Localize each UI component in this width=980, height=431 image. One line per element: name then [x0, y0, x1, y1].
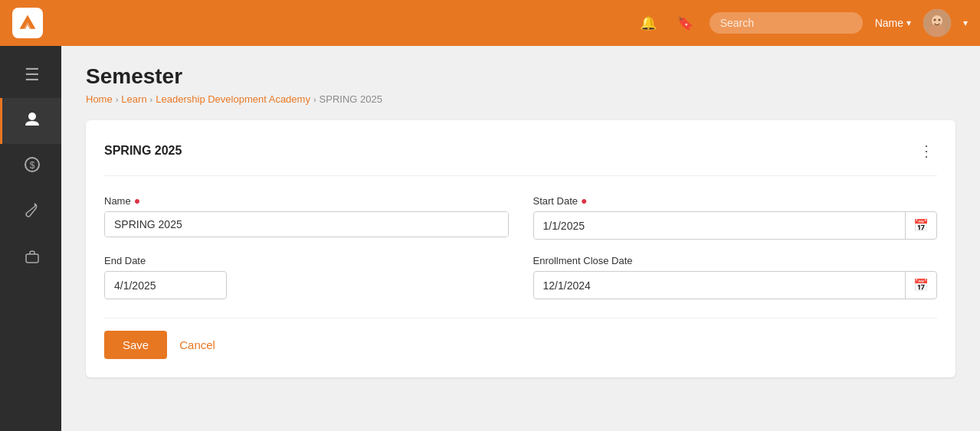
form-group-end-date: End Date 📅: [104, 255, 509, 299]
bookmark-button[interactable]: 🔖: [673, 11, 697, 35]
app-logo[interactable]: [12, 8, 43, 38]
sidebar: ☰ $: [0, 46, 61, 431]
form-actions: Save Cancel: [104, 318, 937, 359]
svg-point-4: [939, 19, 941, 21]
breadcrumb-home[interactable]: Home: [86, 93, 113, 105]
main-content: Semester Home › Learn › Leadership Devel…: [61, 46, 980, 431]
save-button[interactable]: Save: [104, 331, 167, 359]
start-date-input-wrapper: 📅: [533, 211, 938, 240]
breadcrumb-current: SPRING 2025: [320, 93, 382, 105]
user-caret-icon: ▾: [906, 18, 911, 28]
name-required-marker: ●: [134, 194, 140, 207]
name-input-wrapper: [104, 211, 509, 237]
svg-point-3: [934, 19, 936, 21]
people-icon: [24, 110, 41, 132]
card-title: SPRING 2025: [104, 144, 182, 158]
svg-rect-8: [26, 254, 38, 263]
avatar[interactable]: [923, 9, 951, 37]
start-date-input[interactable]: [534, 214, 906, 238]
breadcrumb-sep-1: ›: [116, 95, 119, 104]
svg-text:$: $: [29, 160, 34, 171]
form-row-enddate-enrollment: End Date 📅 Enrollment Close Date: [104, 255, 937, 299]
kebab-menu-icon: ⋮: [919, 142, 934, 160]
form-row-name-startdate: Name ● Start Date ● 📅: [104, 194, 937, 240]
name-label: Name ●: [104, 194, 509, 207]
calendar-icon-enrollment: 📅: [913, 279, 929, 292]
finance-icon: $: [24, 156, 41, 178]
avatar-image: [923, 9, 951, 37]
breadcrumb-learn[interactable]: Learn: [121, 93, 146, 105]
avatar-caret-icon: ▾: [963, 18, 968, 28]
form-group-enrollment-close: Enrollment Close Date 📅: [533, 255, 938, 299]
svg-point-5: [28, 113, 36, 120]
user-name-label: Name: [875, 17, 903, 29]
enrollment-close-input[interactable]: [534, 273, 906, 298]
breadcrumb-sep-3: ›: [313, 95, 316, 104]
form-group-start-date: Start Date ● 📅: [533, 194, 938, 240]
card-header: SPRING 2025 ⋮: [104, 139, 937, 176]
cancel-button[interactable]: Cancel: [179, 338, 215, 351]
breadcrumb: Home › Learn › Leadership Development Ac…: [86, 93, 955, 105]
bell-icon: 🔔: [640, 15, 657, 31]
user-menu-button[interactable]: Name ▾: [875, 17, 911, 29]
main-layout: ☰ $: [0, 46, 980, 431]
breadcrumb-academy[interactable]: Leadership Development Academy: [156, 93, 310, 105]
enrollment-close-label: Enrollment Close Date: [533, 255, 938, 266]
search-input[interactable]: [710, 12, 863, 34]
sidebar-item-dashboard[interactable]: ☰: [0, 52, 61, 98]
top-nav: 🔔 🔖 Name ▾ ▾: [0, 0, 980, 46]
notification-bell-button[interactable]: 🔔: [636, 11, 660, 35]
enrollment-close-calendar-button[interactable]: 📅: [905, 272, 936, 299]
end-date-label: End Date: [104, 255, 509, 266]
start-date-label: Start Date ●: [533, 194, 938, 207]
end-date-input-wrapper: 📅: [104, 271, 227, 299]
enrollment-close-input-wrapper: 📅: [533, 271, 938, 299]
start-date-calendar-button[interactable]: 📅: [905, 212, 936, 239]
end-date-input[interactable]: [105, 273, 227, 298]
briefcase-icon: [24, 248, 41, 269]
wrench-icon: [24, 202, 41, 224]
sidebar-item-people[interactable]: [0, 98, 61, 144]
sidebar-item-jobs[interactable]: [0, 236, 61, 282]
breadcrumb-sep-2: ›: [150, 95, 153, 104]
name-input[interactable]: [105, 212, 508, 237]
nav-right: 🔔 🔖 Name ▾ ▾: [636, 9, 968, 37]
form-group-name: Name ●: [104, 194, 509, 240]
page-title: Semester: [86, 64, 955, 89]
card-menu-button[interactable]: ⋮: [916, 139, 937, 163]
start-date-required-marker: ●: [581, 194, 587, 207]
bookmark-icon: 🔖: [677, 15, 693, 31]
semester-card: SPRING 2025 ⋮ Name ●: [86, 120, 955, 377]
dashboard-icon: ☰: [25, 65, 40, 85]
svg-point-2: [929, 24, 946, 37]
calendar-icon-start: 📅: [913, 219, 929, 232]
sidebar-item-tools[interactable]: [0, 190, 61, 236]
sidebar-item-finance[interactable]: $: [0, 144, 61, 190]
